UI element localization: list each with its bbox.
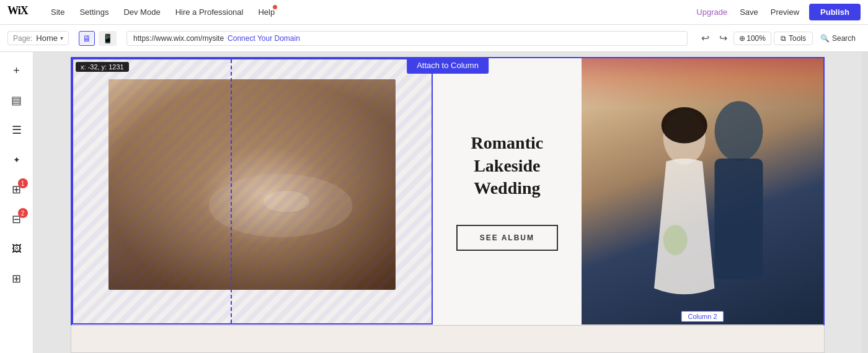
address-bar: Page: Home ▾ 🖥 📱 https://www.wix.com/mys…: [0, 25, 868, 52]
nav-dev-mode[interactable]: Dev Mode: [116, 0, 167, 25]
nav-site[interactable]: Site: [43, 0, 72, 25]
column-2-label: Column 2: [681, 311, 724, 322]
wedding-ring-image: [108, 79, 396, 290]
left-column: x: -32, y: 1231: [72, 58, 433, 325]
pages-icon: ▤: [11, 94, 22, 107]
grid-icon: ⊞: [12, 272, 21, 285]
search-icon: 🔍: [820, 34, 830, 43]
url-text: https://www.wix.com/mysite: [133, 34, 224, 43]
nav-hire-professional[interactable]: Hire a Professional: [168, 0, 251, 25]
add-icon: +: [13, 64, 20, 77]
desktop-device-button[interactable]: 🖥: [79, 31, 95, 46]
wix-logo: WiX: [7, 4, 33, 20]
help-notification-dot: [273, 5, 277, 9]
apps-badge: 1: [18, 178, 28, 188]
page-section: Attach to Column x: -32, y: 1231: [71, 57, 825, 329]
wedding-ring-image-inner: [108, 79, 396, 290]
tools-icon: ⧉: [781, 34, 786, 43]
marketplace-badge: 2: [18, 208, 28, 218]
editor-canvas: Attach to Column x: -32, y: 1231: [33, 52, 862, 353]
svg-point-2: [264, 191, 309, 212]
media-icon: 🖼: [12, 243, 22, 255]
nav-save[interactable]: Save: [733, 7, 764, 17]
sidebar-pages-button[interactable]: ▤: [3, 87, 30, 114]
svg-text:WiX: WiX: [7, 4, 29, 17]
top-navigation: WiX Site Settings Dev Mode Hire a Profes…: [0, 0, 868, 25]
layers-icon: ☰: [12, 123, 22, 137]
canvas-area: Attach to Column x: -32, y: 1231: [33, 52, 862, 353]
tools-label: Tools: [789, 34, 806, 43]
bottom-strip: [71, 325, 825, 353]
left-sidebar: + ▤ ☰ ✦ ⊞ 1 ⊟ 2 🖼 ⊞: [0, 52, 33, 353]
coordinate-tooltip: x: -32, y: 1231: [76, 62, 129, 72]
page-label: Page:: [13, 34, 32, 43]
nav-settings[interactable]: Settings: [72, 0, 116, 25]
drag-line: [231, 59, 232, 323]
url-bar: https://www.wix.com/mysite Connect Your …: [126, 31, 688, 46]
sidebar-marketplace-button[interactable]: ⊟ 2: [3, 206, 30, 233]
device-icons: 🖥 📱: [79, 31, 117, 46]
center-text-column: Romantic Lakeside Wedding SEE ALBUM: [433, 58, 582, 325]
sidebar-add-button[interactable]: +: [3, 57, 30, 84]
sidebar-layers-button[interactable]: ☰: [3, 116, 30, 144]
sidebar-apps-button[interactable]: ⊞ 1: [3, 176, 30, 203]
mobile-device-button[interactable]: 📱: [99, 31, 117, 46]
search-label: Search: [832, 34, 856, 43]
zoom-icon: ⊕: [739, 34, 745, 43]
svg-point-7: [663, 225, 688, 255]
connect-domain-link[interactable]: Connect Your Domain: [228, 34, 300, 43]
sidebar-grid-button[interactable]: ⊞: [3, 265, 30, 292]
nav-publish-button[interactable]: Publish: [809, 4, 861, 20]
page-name: Home: [36, 33, 58, 43]
nav-help[interactable]: Help: [250, 0, 282, 25]
zoom-control[interactable]: ⊕ 100%: [733, 32, 771, 45]
search-button[interactable]: 🔍 Search: [815, 32, 861, 45]
sidebar-design-button[interactable]: ✦: [3, 146, 30, 173]
page-selector[interactable]: Page: Home ▾: [7, 31, 69, 45]
design-icon: ✦: [13, 155, 20, 165]
zoom-level: 100%: [746, 34, 766, 43]
wedding-couple-image: [582, 58, 823, 325]
toolbar-right: ↩ ↪ ⊕ 100% ⧉ Tools 🔍 Search: [698, 30, 861, 46]
wedding-title: Romantic Lakeside Wedding: [445, 132, 569, 199]
svg-point-6: [662, 107, 707, 144]
nav-upgrade[interactable]: Upgrade: [690, 7, 733, 17]
tools-button[interactable]: ⧉ Tools: [774, 32, 813, 45]
right-scrollbar-area: [862, 52, 868, 353]
undo-button[interactable]: ↩: [698, 30, 713, 46]
sidebar-media-button[interactable]: 🖼: [3, 235, 30, 263]
svg-point-3: [715, 101, 763, 162]
nav-preview[interactable]: Preview: [764, 7, 805, 17]
redo-button[interactable]: ↪: [715, 30, 731, 46]
right-photo-column: Column 2: [582, 58, 823, 325]
columns-container: x: -32, y: 1231: [72, 58, 823, 325]
attach-to-column-button[interactable]: Attach to Column: [407, 57, 489, 74]
chevron-down-icon: ▾: [60, 35, 63, 41]
main-area: + ▤ ☰ ✦ ⊞ 1 ⊟ 2 🖼 ⊞ At: [0, 52, 868, 353]
see-album-button[interactable]: SEE ALBUM: [456, 225, 558, 251]
svg-rect-4: [715, 159, 763, 279]
